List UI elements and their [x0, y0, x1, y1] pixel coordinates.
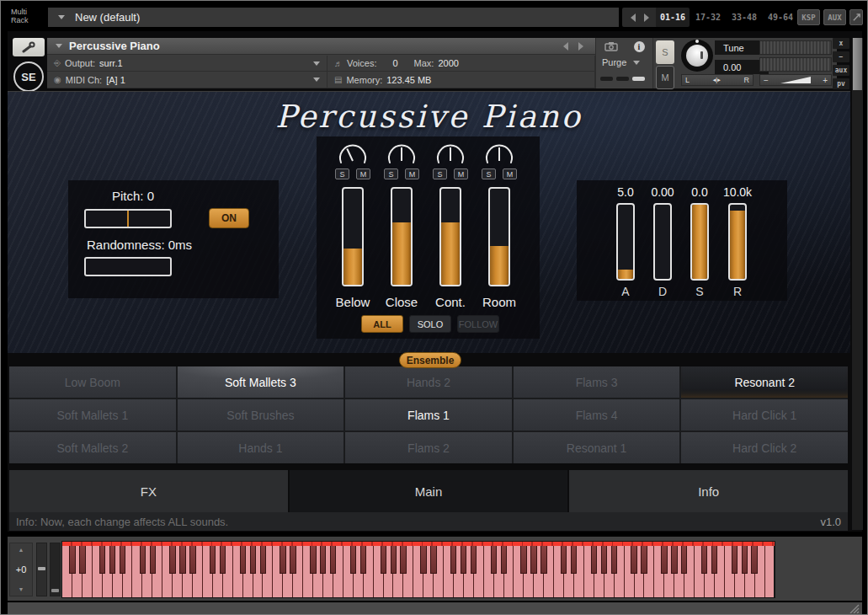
black-key[interactable]	[420, 542, 426, 574]
black-key[interactable]	[140, 542, 146, 574]
black-key[interactable]	[571, 542, 577, 574]
pan-slider[interactable]: L ◂|▸ R	[681, 74, 754, 86]
black-key[interactable]	[350, 542, 356, 574]
black-key[interactable]	[400, 542, 406, 574]
black-key[interactable]	[501, 542, 507, 574]
black-key[interactable]	[461, 542, 466, 574]
edit-instrument-button[interactable]	[13, 38, 45, 56]
black-key[interactable]	[391, 542, 397, 574]
prev-page-icon[interactable]	[631, 13, 636, 22]
black-key[interactable]	[99, 542, 105, 574]
sound-cell-hard-click-2[interactable]: Hard Click 2	[681, 432, 848, 463]
page-button-01-16[interactable]: 01-16	[656, 8, 690, 27]
instrument-title-row[interactable]: Percussive Piano	[47, 38, 595, 55]
minimize-instrument-button[interactable]: −	[833, 51, 849, 62]
purge-menu[interactable]: Purge	[602, 57, 640, 67]
page-button-33-48[interactable]: 33-48	[727, 8, 761, 27]
tune-knob[interactable]	[681, 40, 713, 72]
transpose-control[interactable]: ▲ +0 ▼	[9, 543, 33, 596]
rack-scrollbar[interactable]	[852, 38, 863, 530]
pan-knob-room[interactable]	[482, 143, 516, 165]
tab-info[interactable]: Info	[569, 470, 848, 512]
sound-cell-low-boom[interactable]: Low Boom	[9, 366, 176, 398]
mic-solo-cont[interactable]: S	[433, 168, 447, 179]
sound-cell-hands-1[interactable]: Hands 1	[178, 432, 344, 463]
black-key[interactable]	[751, 542, 757, 574]
env-fader-a[interactable]	[616, 203, 635, 281]
mic-solo-room[interactable]: S	[482, 168, 496, 179]
black-key[interactable]	[109, 542, 115, 574]
collapse-instrument-icon[interactable]	[56, 44, 62, 48]
ensemble-button[interactable]: Ensemble	[399, 352, 461, 368]
sound-cell-soft-mallets-1[interactable]: Soft Mallets 1	[9, 399, 176, 430]
black-key[interactable]	[732, 542, 738, 574]
black-key[interactable]	[541, 542, 546, 574]
black-key[interactable]	[491, 542, 497, 574]
black-key[interactable]	[681, 542, 687, 574]
sound-cell-hard-click-1[interactable]: Hard Click 1	[681, 399, 848, 430]
sound-cell-flams-1[interactable]: Flams 1	[345, 399, 512, 430]
sound-cell-soft-brushes[interactable]: Soft Brushes	[178, 399, 344, 430]
volume-slider[interactable]: − +	[759, 74, 832, 86]
black-key[interactable]	[290, 542, 296, 574]
purge-dropdown-icon[interactable]	[633, 61, 640, 65]
sound-cell-hands-2[interactable]: Hands 2	[345, 366, 512, 398]
aux-sends-button[interactable]: aux	[833, 65, 849, 76]
mic-mute-below[interactable]: M	[356, 168, 370, 179]
black-key[interactable]	[69, 542, 75, 574]
keyboard-scroll-slider[interactable]	[50, 543, 61, 596]
black-key[interactable]	[179, 542, 185, 574]
black-key[interactable]	[561, 542, 567, 574]
info-button[interactable]: i	[628, 40, 650, 53]
mic-mute-cont[interactable]: M	[454, 168, 468, 179]
mic-solo-below[interactable]: S	[335, 168, 349, 179]
black-key[interactable]	[240, 542, 246, 574]
black-key[interactable]	[320, 542, 326, 574]
all-button[interactable]: ALL	[361, 315, 403, 333]
black-key[interactable]	[260, 542, 266, 574]
resize-grip[interactable]	[848, 604, 860, 613]
black-key[interactable]	[661, 542, 667, 574]
black-key[interactable]	[631, 542, 636, 574]
transpose-down-icon[interactable]: ▼	[19, 586, 24, 592]
black-key[interactable]	[250, 542, 256, 574]
pitch-slider-handle[interactable]	[127, 211, 129, 227]
mic-mute-room[interactable]: M	[503, 168, 517, 179]
black-key[interactable]	[520, 542, 526, 574]
black-key[interactable]	[711, 542, 717, 574]
keyboard-zoom-handle[interactable]	[38, 567, 45, 570]
page-button-49-64[interactable]: 49-64	[764, 8, 797, 27]
mic-fader-below[interactable]	[342, 187, 364, 286]
black-key[interactable]	[471, 542, 477, 574]
white-key[interactable]	[765, 542, 775, 597]
snapshot-camera-button[interactable]	[599, 40, 624, 53]
mic-fader-cont[interactable]	[439, 187, 461, 286]
sound-cell-flams-3[interactable]: Flams 3	[514, 366, 680, 398]
next-page-icon[interactable]	[644, 13, 649, 22]
midi-dropdown-icon[interactable]	[313, 78, 320, 82]
on-button[interactable]: ON	[209, 208, 249, 228]
sound-cell-soft-mallets-3[interactable]: Soft Mallets 3	[178, 366, 344, 398]
black-key[interactable]	[120, 542, 125, 574]
scrollbar-thumb[interactable]	[853, 38, 862, 90]
piano-keyboard[interactable]	[61, 541, 775, 598]
black-key[interactable]	[530, 542, 536, 574]
black-key[interactable]	[381, 542, 386, 574]
black-key[interactable]	[280, 542, 285, 574]
next-instrument-icon[interactable]	[578, 42, 583, 51]
black-key[interactable]	[671, 542, 677, 574]
pan-knob-cont[interactable]	[434, 143, 467, 165]
black-key[interactable]	[742, 542, 748, 574]
sound-cell-resonant-1[interactable]: Resonant 1	[514, 432, 680, 463]
solo-button[interactable]: SOLO	[409, 315, 451, 333]
prev-instrument-icon[interactable]	[563, 42, 568, 51]
sound-cell-flams-2[interactable]: Flams 2	[345, 432, 512, 463]
black-key[interactable]	[150, 542, 156, 574]
midi-channel-select[interactable]: ◉ MIDI Ch: [A] 1	[47, 72, 327, 88]
instrument-mute-button[interactable]: M	[656, 66, 674, 89]
mic-mute-close[interactable]: M	[405, 168, 419, 179]
mic-fader-close[interactable]	[391, 187, 413, 286]
pitch-slider[interactable]	[84, 209, 172, 228]
black-key[interactable]	[591, 542, 597, 574]
black-key[interactable]	[169, 542, 175, 574]
